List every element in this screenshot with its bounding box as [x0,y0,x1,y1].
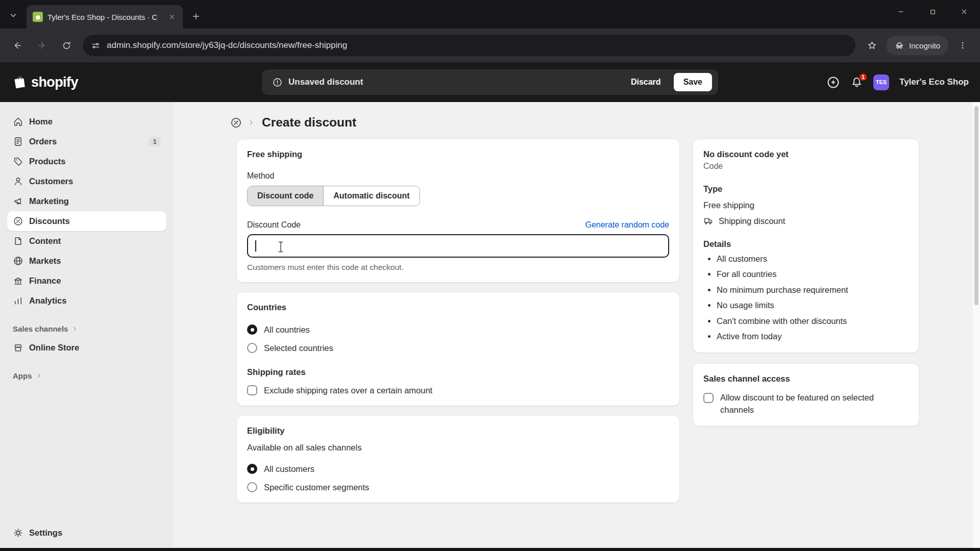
method-card: Free shipping Method Discount code Autom… [237,139,679,282]
shipping-truck-icon [703,216,714,226]
kebab-menu-icon [958,41,967,50]
tab-search-button[interactable] [5,7,21,23]
method-option-automatic-discount[interactable]: Automatic discount [323,186,419,206]
shopify-logo[interactable]: shopify [12,74,78,90]
sidebar-item-finance[interactable]: Finance [7,271,166,291]
maximize-button[interactable] [917,0,948,23]
sidekick-assistant-icon[interactable] [826,76,840,89]
all-countries-option[interactable]: All countries [247,324,669,335]
notification-count-badge: 1 [859,72,868,82]
browser-tab[interactable]: Tyler's Eco Shop - Discounts · C [27,5,183,29]
store-name[interactable]: Tyler's Eco Shop [899,77,969,87]
sidebar-item-customers[interactable]: Customers [7,171,166,191]
sales-channels-label: Sales channels [13,324,68,333]
address-bar[interactable]: admin.shopify.com/store/jy63jq-dc/discou… [83,35,855,56]
back-button[interactable] [7,35,28,56]
window-controls [885,0,980,23]
home-icon [13,116,23,127]
settings-gear-icon [13,528,23,538]
contextual-save-bar: Unsaved discount Discard Save [262,69,718,95]
sidebar-item-home[interactable]: Home [7,112,166,132]
summary-type-detail: Shipping discount [719,216,785,226]
save-button[interactable]: Save [674,73,712,91]
sidebar-item-analytics[interactable]: Analytics [7,291,166,311]
method-option-discount-code[interactable]: Discount code [248,186,323,206]
sidebar-item-label: Home [29,117,53,127]
discount-breadcrumb-icon[interactable] [230,116,242,129]
sidebar-item-online-store[interactable]: Online Store [7,338,166,358]
apps-header[interactable]: Apps [7,371,166,380]
selected-countries-option[interactable]: Selected countries [247,343,669,353]
minimize-button[interactable] [885,0,917,23]
sidebar-item-discounts[interactable]: Discounts [7,211,166,231]
radio-unchecked-icon[interactable] [247,482,257,492]
orders-icon [13,136,23,147]
summary-details-list: All customers For all countries No minim… [703,254,909,342]
selected-countries-label: Selected countries [264,343,333,353]
finance-icon [13,276,23,286]
tab-title: Tyler's Eco Shop - Discounts · C [47,13,162,21]
sidebar-item-label: Analytics [29,296,66,306]
radio-unchecked-icon[interactable] [247,343,257,353]
sidebar-item-products[interactable]: Products [7,152,166,171]
method-label: Method [247,171,669,181]
browser-menu-button[interactable] [952,35,973,56]
main-content: Create discount Free shipping Method Dis… [174,102,980,551]
site-settings-icon [91,41,101,51]
marketing-icon [13,196,23,207]
radio-checked-icon[interactable] [247,464,257,474]
method-segmented-control: Discount code Automatic discount [247,186,420,206]
countries-card: Countries All countries Selected countri… [237,292,679,406]
sidebar-item-markets[interactable]: Markets [7,251,166,271]
sidebar-item-orders[interactable]: Orders 1 [7,132,166,152]
scrollbar-thumb[interactable] [974,106,978,305]
sidebar-item-settings[interactable]: Settings [7,523,166,543]
sidebar-item-marketing[interactable]: Marketing [7,191,166,211]
bookmark-button[interactable] [862,35,882,56]
discount-summary-card: No discount code yet Code Type Free ship… [693,139,919,353]
summary-detail-item: No usage limits [717,300,909,311]
discount-code-label: Discount Code [247,220,301,230]
sidebar-item-label: Content [29,236,61,246]
minimize-icon [897,8,905,16]
shopify-topbar: shopify Unsaved discount Discard Save 1 … [0,62,980,102]
discounts-icon [13,216,23,227]
discount-code-help-text: Customers must enter this code at checko… [247,263,669,272]
specific-customer-segments-label: Specific customer segments [264,483,369,492]
close-window-button[interactable] [948,0,980,23]
exclude-shipping-rates-label: Exclude shipping rates over a certain am… [264,386,432,395]
discount-code-input[interactable] [247,234,669,258]
products-icon [13,156,23,167]
checkbox-unchecked-icon[interactable] [703,393,714,403]
generate-random-code-link[interactable]: Generate random code [585,220,669,230]
tab-close-icon[interactable] [166,11,178,22]
sidebar-item-label: Settings [29,528,62,538]
all-customers-option[interactable]: All customers [247,464,669,474]
notifications-button[interactable]: 1 [850,76,863,89]
sidebar-item-label: Orders [29,137,57,146]
forward-button[interactable] [32,35,52,56]
topbar-right-cluster: 1 TES Tyler's Eco Shop [826,62,969,102]
radio-checked-icon[interactable] [247,324,257,335]
allow-featured-option[interactable]: Allow discount to be featured on selecte… [703,392,909,416]
eligibility-card-title: Eligibility [247,426,669,436]
orders-count-badge: 1 [149,137,161,146]
method-card-title: Free shipping [247,149,669,159]
shopify-wordmark: shopify [31,74,78,90]
specific-customer-segments-option[interactable]: Specific customer segments [247,482,669,492]
countries-card-title: Countries [247,303,669,312]
customers-icon [13,176,23,187]
store-avatar[interactable]: TES [873,74,889,90]
reload-button[interactable] [56,35,77,56]
sales-channels-header[interactable]: Sales channels [7,324,166,333]
exclude-shipping-rates-option[interactable]: Exclude shipping rates over a certain am… [247,385,669,395]
summary-detail-item: All customers [717,254,909,264]
summary-detail-item: No minimum purchase requirement [717,285,909,295]
sales-channel-access-card: Sales channel access Allow discount to b… [693,364,919,427]
new-tab-button[interactable] [188,8,204,24]
checkbox-unchecked-icon[interactable] [247,385,257,395]
discard-button[interactable]: Discard [624,73,668,91]
sidebar-item-content[interactable]: Content [7,231,166,251]
unsaved-status-text: Unsaved discount [288,77,363,87]
summary-type-value: Free shipping [703,201,909,210]
